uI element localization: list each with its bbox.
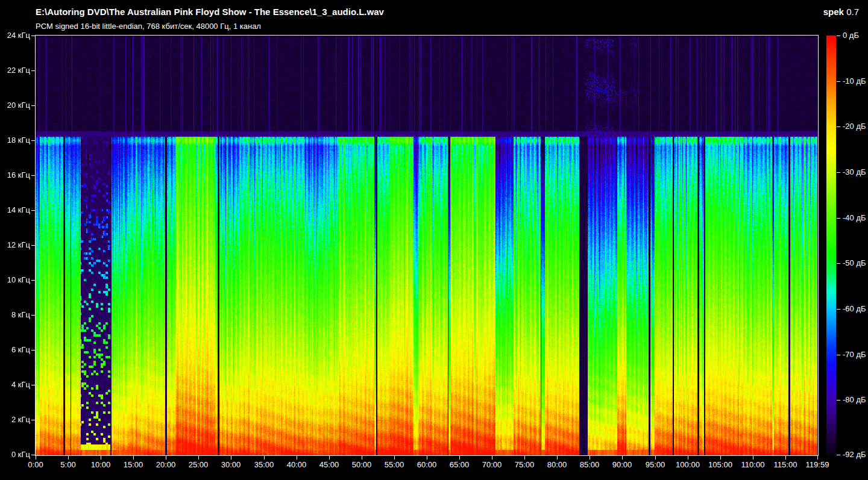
freq-tick [31, 140, 35, 141]
db-tick-label: -50 дБ [843, 258, 866, 267]
app-name: spek [823, 7, 844, 17]
time-tick [590, 456, 590, 460]
file-path-title: E:\Autoring DVD\The Australian Pink Floy… [36, 7, 384, 17]
time-tick [362, 456, 362, 460]
spectrogram-frame [35, 35, 819, 456]
freq-tick [31, 385, 35, 385]
db-tick-label: -60 дБ [843, 304, 866, 313]
time-tick [753, 456, 753, 460]
freq-tick-label: 24 кГц [0, 31, 30, 40]
freq-tick-label: 18 кГц [0, 136, 30, 145]
time-tick [133, 456, 134, 460]
db-tick-label: -92 дБ [843, 450, 866, 459]
freq-tick-label: 22 кГц [0, 66, 30, 75]
db-tick-label: -20 дБ [843, 122, 866, 131]
db-tick [837, 218, 840, 219]
time-tick [720, 456, 721, 460]
freq-tick-label: 20 кГц [0, 101, 30, 110]
audio-format-info: PCM signed 16-bit little-endian, 768 кби… [36, 22, 261, 31]
time-tick [785, 456, 786, 460]
db-tick [837, 126, 840, 127]
freq-tick-label: 14 кГц [0, 205, 30, 214]
time-tick [231, 456, 231, 460]
db-tick [837, 400, 840, 401]
db-tick [837, 309, 840, 310]
freq-tick [31, 70, 35, 71]
time-tick [622, 456, 623, 460]
app-version-number: 0.7 [846, 7, 859, 17]
db-tick-label: -80 дБ [843, 395, 866, 404]
time-tick-label: 119:59 [798, 460, 837, 469]
freq-tick-label: 6 кГц [0, 345, 30, 354]
app-version: spek 0.7 [823, 7, 859, 17]
freq-tick [31, 350, 35, 351]
time-tick [459, 456, 460, 460]
db-tick [837, 36, 840, 36]
time-tick [101, 456, 101, 460]
time-tick [394, 456, 395, 460]
freq-tick [31, 245, 35, 246]
time-tick [166, 456, 166, 460]
time-tick [329, 456, 330, 460]
freq-tick [31, 175, 35, 176]
spectrogram-canvas [36, 36, 818, 455]
freq-tick [31, 420, 35, 420]
time-tick [427, 456, 427, 460]
freq-tick [31, 210, 35, 211]
db-tick [837, 455, 840, 455]
freq-tick-label: 12 кГц [0, 240, 30, 249]
freq-tick [31, 455, 35, 455]
db-tick-label: -30 дБ [843, 167, 866, 176]
freq-tick [31, 36, 35, 36]
freq-tick [31, 280, 35, 281]
db-tick [837, 172, 840, 173]
time-tick [557, 456, 558, 460]
db-tick [837, 263, 840, 264]
time-tick [68, 456, 69, 460]
db-tick-label: -70 дБ [843, 350, 866, 359]
db-tick [837, 81, 840, 82]
db-tick [837, 355, 840, 355]
spek-window: { "app": { "title": "E:\\Autoring DVD\\T… [0, 0, 868, 480]
time-tick [36, 456, 36, 460]
time-tick [688, 456, 688, 460]
freq-tick [31, 315, 35, 316]
time-tick [524, 456, 525, 460]
db-tick-label: -10 дБ [843, 76, 866, 86]
freq-tick-label: 4 кГц [0, 380, 30, 389]
db-tick-label: 0 дБ [843, 31, 859, 40]
freq-tick [31, 105, 35, 106]
time-tick [198, 456, 199, 460]
time-tick [655, 456, 656, 460]
time-tick [492, 456, 492, 460]
freq-tick-label: 16 кГц [0, 170, 30, 179]
freq-tick-label: 0 кГц [0, 450, 30, 459]
time-tick [817, 456, 818, 460]
db-tick-label: -40 дБ [843, 213, 866, 222]
freq-tick-label: 10 кГц [0, 275, 30, 284]
freq-tick-label: 2 кГц [0, 415, 30, 424]
freq-tick-label: 8 кГц [0, 310, 30, 319]
time-tick [297, 456, 297, 460]
time-tick [264, 456, 265, 460]
legend-colorbar [826, 36, 836, 455]
